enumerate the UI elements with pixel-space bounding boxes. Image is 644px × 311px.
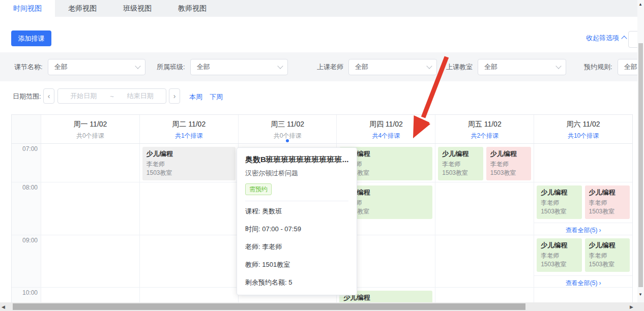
- popup-title: 奥数B班班班班班班班班班班...: [245, 155, 348, 165]
- collapse-filters-label: 收起筛选项: [586, 34, 619, 42]
- event-card[interactable]: 少儿编程李老师1503教室: [537, 238, 581, 272]
- time-label: 08:00: [12, 182, 41, 191]
- event-teacher: 李老师: [442, 160, 479, 169]
- calendar-cell[interactable]: [435, 182, 534, 235]
- event-card[interactable]: 少儿编程李老师1503教室: [438, 147, 483, 180]
- divider: [245, 296, 348, 296]
- calendar-cell[interactable]: [140, 182, 239, 235]
- event-teacher: 李老师: [589, 199, 626, 207]
- date-separator: ~: [110, 92, 114, 100]
- day-title: 周三 11/02: [239, 120, 337, 129]
- classroom-select[interactable]: 全部: [478, 59, 566, 75]
- popup-time-row: 时间: 07:00 - 07:59: [245, 225, 348, 234]
- calendar-cell[interactable]: [435, 235, 534, 287]
- day-title: 周一 11/02: [41, 120, 139, 129]
- calendar-cell[interactable]: 少儿编程李老师1503教室少儿编程李老师1503教室查看全部(5)›: [534, 235, 632, 287]
- event-title: 少儿编程: [541, 188, 577, 197]
- horizontal-scroll-thumb[interactable]: [13, 303, 525, 310]
- event-room: 1503教室: [442, 169, 479, 177]
- day-header: 周三 11/02共0个排课: [239, 115, 337, 143]
- next-week-button[interactable]: ›: [169, 88, 180, 104]
- booking-required-badge: 需预约: [245, 183, 272, 195]
- day-schedule-count: 共10个排课: [534, 132, 632, 140]
- event-detail-popup: 奥数B班班班班班班班班班班... 汉密尔顿过桥问题 需预约 课程: 奥数班 时间…: [237, 147, 357, 295]
- popup-quota-row: 剩余预约名额: 5: [245, 278, 348, 287]
- event-title: 少儿编程: [147, 149, 231, 159]
- filter-label-class: 所属班级:: [157, 63, 185, 72]
- popup-classroom-row: 教师: 1501教室: [245, 260, 348, 269]
- tab-class-view[interactable]: 班级视图: [110, 0, 165, 17]
- class-value: 全部: [197, 63, 210, 72]
- day-header: 周一 11/02共0个排课: [41, 115, 140, 143]
- day-title: 周六 11/02: [534, 120, 632, 129]
- event-teacher: 李老师: [589, 252, 626, 260]
- next-week-link[interactable]: 下周: [210, 92, 223, 102]
- scroll-up-icon[interactable]: ▲: [638, 2, 642, 7]
- calendar-cell[interactable]: [41, 182, 140, 235]
- toolbar: 添加排课 收起筛选项: [0, 17, 644, 52]
- day-schedule-count: 共4个排课: [337, 132, 435, 140]
- day-title: 周五 11/02: [435, 120, 534, 129]
- this-week-link[interactable]: 本周: [189, 92, 202, 102]
- event-card[interactable]: 少儿编程李老师1503教室: [142, 147, 236, 180]
- popup-course-row: 课程: 奥数班: [245, 207, 348, 216]
- event-teacher: 李老师: [541, 199, 577, 207]
- calendar-cell[interactable]: [140, 235, 239, 287]
- filter-label-classroom: 上课教室: [446, 63, 473, 72]
- vertical-scrollbar[interactable]: ▲ ▼: [637, 0, 644, 311]
- scroll-left-icon[interactable]: ◀: [2, 304, 5, 309]
- prev-week-button[interactable]: ‹: [43, 88, 54, 104]
- lesson-name-select[interactable]: 全部: [48, 59, 145, 75]
- date-range-input[interactable]: 开始日期 ~ 结束日期: [57, 88, 166, 104]
- calendar-cell[interactable]: 少儿编程李老师1503教室: [140, 144, 239, 182]
- event-room: 1503教室: [541, 260, 577, 269]
- end-date-placeholder: 结束日期: [127, 91, 154, 101]
- time-label: 07:00: [12, 144, 41, 152]
- calendar-cell[interactable]: 少儿编程李老师1503教室少儿编程李老师1503教室查看全部(5)›: [534, 182, 632, 235]
- day-schedule-count: 共2个排课: [435, 132, 534, 140]
- popup-subtitle: 汉密尔顿过桥问题: [245, 169, 348, 178]
- event-teacher: 李老师: [541, 252, 577, 260]
- date-bar: 日期范围: ‹ 开始日期 ~ 结束日期 › 本周 下周: [0, 81, 644, 114]
- date-range-label: 日期范围:: [13, 92, 41, 101]
- scroll-right-icon[interactable]: ▶: [630, 304, 633, 309]
- class-select[interactable]: 全部: [190, 59, 288, 75]
- tab-time-view[interactable]: 时间视图: [0, 0, 55, 17]
- calendar-cell[interactable]: [41, 144, 140, 182]
- event-teacher: 李老师: [490, 160, 527, 169]
- today-dot-icon: [286, 139, 289, 142]
- time-gutter-header: [12, 115, 41, 143]
- event-title: 少儿编程: [541, 241, 577, 250]
- teacher-select[interactable]: 全部: [348, 59, 437, 75]
- view-all-link[interactable]: 查看全部(5)›: [534, 275, 632, 288]
- day-schedule-count: 共1个排课: [140, 132, 238, 140]
- lesson-name-value: 全部: [54, 63, 68, 72]
- tab-classroom-view[interactable]: 教师视图: [165, 0, 220, 17]
- event-card[interactable]: 少儿编程李老师1503教室: [486, 147, 531, 180]
- tab-teacher-view[interactable]: 老师视图: [55, 0, 110, 17]
- teacher-value: 全部: [355, 63, 368, 72]
- event-card[interactable]: 少儿编程李老师1503教室: [585, 185, 630, 219]
- event-card[interactable]: 少儿编程李老师1503教室: [537, 185, 581, 219]
- chevron-down-icon: [135, 63, 140, 69]
- event-room: 1503教室: [147, 169, 231, 177]
- chevron-down-icon: [277, 63, 283, 69]
- scroll-down-icon[interactable]: ▼: [638, 292, 642, 297]
- view-tabbar: 时间视图 老师视图 班级视图 教师视图: [0, 0, 644, 17]
- chevron-down-icon: [555, 63, 561, 69]
- booking-rule-value: 全部: [624, 63, 637, 72]
- calendar-header: 周一 11/02共0个排课周二 11/02共1个排课周三 11/02共0个排课周…: [12, 115, 632, 144]
- view-all-link[interactable]: 查看全部(5)›: [534, 223, 632, 235]
- calendar-cell[interactable]: [41, 235, 140, 287]
- event-card[interactable]: 少儿编程李老师1503教室: [585, 238, 630, 272]
- event-title: 少儿编程: [589, 188, 626, 197]
- scrollbar-corner: [637, 302, 644, 311]
- calendar-cell[interactable]: [534, 144, 632, 182]
- day-header: 周六 11/02共10个排课: [534, 115, 632, 143]
- vertical-scroll-thumb[interactable]: [638, 43, 643, 287]
- calendar-cell[interactable]: 少儿编程李老师1503教室少儿编程李老师1503教室: [435, 144, 534, 182]
- horizontal-scrollbar[interactable]: ◀ ▶: [0, 302, 637, 311]
- add-schedule-button[interactable]: 添加排课: [11, 30, 51, 46]
- collapse-filters-link[interactable]: 收起筛选项: [586, 34, 626, 43]
- day-header: 周二 11/02共1个排课: [140, 115, 239, 143]
